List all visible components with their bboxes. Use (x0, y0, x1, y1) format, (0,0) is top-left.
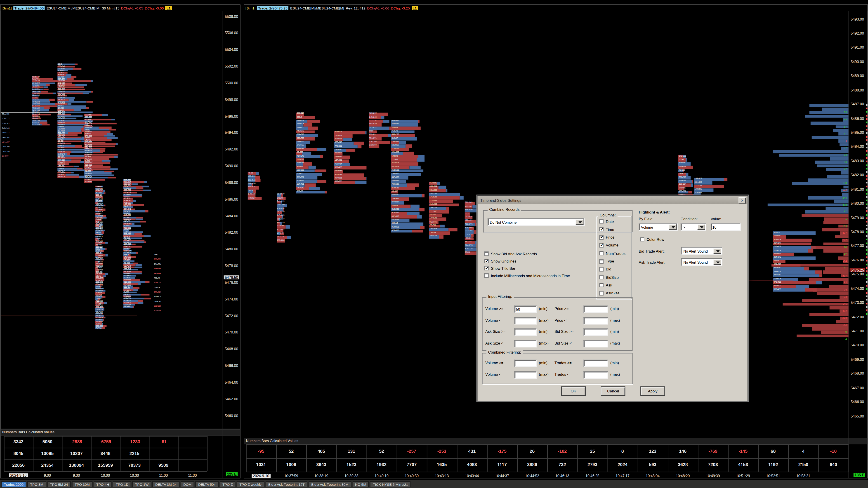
option-show-bid-and-ask-records[interactable]: Show Bid And Ask Records (484, 252, 537, 256)
footprint-cell: 107x48 (277, 232, 297, 235)
footprint-cell: 475x682 (678, 162, 705, 165)
footprint-cell: 361x808 (694, 181, 727, 184)
footprint-cell: 728x268 (369, 112, 391, 116)
taskbar-tab[interactable]: TICK-NYSE 5 Min #21 (370, 481, 411, 487)
column-ask[interactable]: Ask (599, 283, 612, 287)
footprint-cell: 233x327 (32, 118, 60, 120)
checkbox-box[interactable] (599, 251, 603, 256)
column-volume[interactable]: Volume (599, 243, 618, 248)
calc-value: 5050 (33, 436, 62, 448)
checkbox-box[interactable] (599, 235, 603, 239)
checkbox-box[interactable] (484, 266, 489, 270)
footprint-cell: 354x286 (296, 148, 327, 151)
taskbar-tab[interactable]: TPO 4H (94, 481, 112, 487)
filter-input[interactable] (514, 371, 537, 378)
dialog-titlebar[interactable]: Time and Sales Settings (478, 196, 747, 204)
footprint-cell: 305x62 (123, 277, 154, 279)
footprint-cell: 838x247 (391, 123, 425, 126)
taskbar-tab[interactable]: TPO 3M (27, 481, 46, 487)
footprint-cell: 779x906 (334, 145, 366, 148)
option-include-milliseconds-and-microseconds-in-time[interactable]: Include Milliseconds and Microseconds in… (484, 273, 570, 278)
chart-panel-left[interactable]: [Sim1] Trade: 2@5484.50 ESU24-CME[M]/MES… (0, 4, 241, 479)
footprint-cell: 467x874 (248, 172, 274, 175)
taskbar-tab[interactable]: TPO Z (220, 481, 236, 487)
filter-input[interactable] (583, 371, 608, 378)
checkbox-box[interactable] (484, 273, 489, 278)
condition-select[interactable]: >= (681, 223, 706, 231)
checkbox-box[interactable] (599, 267, 603, 271)
ask-trade-alert-select[interactable]: No Alert Sound (681, 258, 722, 266)
taskbar-tab[interactable]: Trades 2000 (1, 481, 26, 487)
taskbar-tab[interactable]: DELTA 3M 24 (153, 481, 180, 487)
taskbar-tab[interactable]: TPO 1D (113, 481, 131, 487)
tick-marker (866, 260, 868, 262)
close-icon[interactable]: ✕ (739, 197, 746, 203)
footprint-cell: 919x606 (123, 281, 154, 283)
color-row-checkbox[interactable]: Color Row (640, 237, 664, 241)
column-bidsize[interactable]: BidSize (599, 275, 618, 280)
checkbox-box[interactable] (599, 275, 603, 280)
taskbar-tab[interactable]: TPO 1W (132, 481, 151, 487)
calc-value: 4153 (728, 458, 758, 471)
delta-value: 1 (828, 218, 847, 220)
taskbar-tab[interactable]: Bid x Ask Footprint 30M (309, 481, 351, 487)
filter-input[interactable] (583, 305, 608, 313)
tick-marker (866, 310, 868, 311)
checkbox-box[interactable] (599, 291, 603, 295)
checkbox-box[interactable] (599, 259, 603, 263)
taskbar-tab[interactable]: Bid x Ask Footprint 12T (266, 481, 307, 487)
column-asksize[interactable]: AskSize (599, 291, 619, 295)
by-field-select[interactable]: Volume (639, 223, 678, 231)
filter-input[interactable] (583, 360, 608, 367)
filter-label: Price >= (555, 306, 568, 311)
tick-marker (866, 139, 868, 141)
taskbar-tab[interactable]: NQ 5M (352, 481, 369, 487)
option-show-gridlines[interactable]: Show Gridlines (484, 259, 516, 263)
column-bid[interactable]: Bid (599, 267, 611, 271)
footprint-cell: 47x408 (773, 232, 822, 235)
calc-value: 9509 (149, 459, 178, 471)
taskbar-tab[interactable]: TPO 30M (72, 481, 92, 487)
checkbox-box[interactable] (640, 237, 645, 241)
column-price[interactable]: Price (599, 235, 614, 239)
footprint-cell: 884x144 (57, 97, 93, 99)
column-date[interactable]: Date (599, 219, 614, 224)
filter-input[interactable] (583, 317, 608, 324)
filter-input[interactable] (514, 360, 537, 367)
checkbox-box[interactable] (599, 243, 603, 248)
column-time[interactable]: Time (599, 227, 614, 232)
time-axis-label: 10:46:13 (547, 472, 577, 478)
checkbox-box[interactable] (484, 252, 489, 256)
column-numtrades[interactable]: NumTrades (599, 251, 625, 256)
delta-value: 1 (828, 175, 847, 177)
bid-trade-alert-select[interactable]: No Alert Sound (681, 247, 722, 255)
checkbox-box[interactable] (599, 283, 603, 287)
filter-input[interactable] (514, 328, 537, 336)
calc-value: 22856 (4, 459, 33, 471)
checkbox-box[interactable] (484, 259, 489, 263)
price-axis-label: 5480.00 (225, 247, 238, 251)
ok-button[interactable]: OK (561, 386, 586, 396)
footprint-cell: 880x635 (248, 186, 274, 189)
value-input[interactable]: 10 (711, 223, 741, 231)
footprint-cell: 99x277 (123, 196, 154, 198)
footprint-cell: 190x417 (84, 114, 118, 116)
checkbox-box[interactable] (599, 227, 603, 232)
footprint-cell: 27x793 (57, 107, 93, 109)
taskbar-tab[interactable]: TPO Z weekly (237, 481, 264, 487)
taskbar-tab[interactable]: TPO 5M 24 (47, 481, 71, 487)
filter-input[interactable] (514, 317, 537, 324)
filter-input[interactable]: 50 (514, 305, 537, 313)
column-type[interactable]: Type (599, 259, 614, 263)
checkbox-box[interactable] (599, 219, 603, 224)
combine-records-select[interactable]: Do Not Combine (488, 218, 585, 226)
filter-input[interactable] (583, 328, 608, 336)
taskbar-tab[interactable]: DOM (181, 481, 194, 487)
option-show-title-bar[interactable]: Show Title Bar (484, 266, 515, 270)
cancel-button[interactable]: Cancel (601, 386, 625, 396)
apply-button[interactable]: Apply (640, 386, 665, 396)
filter-input[interactable] (583, 340, 608, 347)
filter-input[interactable] (514, 340, 537, 347)
taskbar-tab[interactable]: DELTA 50+ (195, 481, 219, 487)
dchg-pct-label: DChg%: -0.05 (121, 6, 143, 10)
